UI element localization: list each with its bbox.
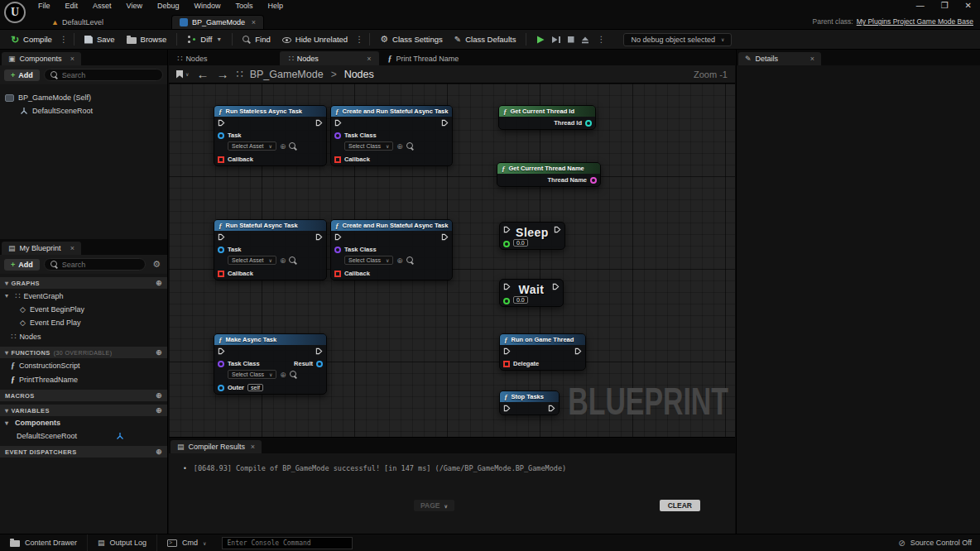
node-sleep[interactable]: Sleep 0.0 <box>499 222 565 250</box>
select-class-dropdown[interactable]: Select Class ∨ <box>228 370 276 379</box>
component-item-scene-root[interactable]: DefaultSceneRoot <box>0 104 167 117</box>
parent-class-link[interactable]: My Plugins Project Game Mode Base <box>857 17 973 26</box>
my-blueprint-search-input[interactable] <box>62 261 139 269</box>
select-class-dropdown[interactable]: Select Class ∨ <box>344 141 393 151</box>
delegate-pin[interactable] <box>503 361 510 367</box>
stop-button[interactable] <box>566 35 575 44</box>
tree-item-event-endplay[interactable]: ◇ Event End Play <box>0 316 167 329</box>
browse-asset-icon[interactable] <box>289 142 297 151</box>
select-class-dropdown[interactable]: Select Class ∨ <box>344 256 393 265</box>
tab-default-level[interactable]: ▲ DefaultLevel <box>43 16 112 29</box>
tree-item-construction-script[interactable]: ƒ ConstructionScript <box>0 358 167 372</box>
add-component-button[interactable]: + Add <box>4 69 40 81</box>
close-tab-icon[interactable]: × <box>252 18 256 26</box>
add-graph-icon[interactable]: ⊕ <box>156 279 162 287</box>
tab-nodes-active[interactable]: ∷ Nodes × <box>280 51 379 65</box>
task-class-pin[interactable] <box>218 361 224 367</box>
class-settings-button[interactable]: ⚙ Class Settings <box>374 31 449 47</box>
menu-debug[interactable]: Debug <box>150 1 187 11</box>
compile-options-icon[interactable]: ⋮ <box>58 35 70 44</box>
functions-section-header[interactable]: ▾ FUNCTIONS (30 OVERRIDABLE) ⊕ <box>0 347 167 358</box>
add-event-dispatcher-icon[interactable]: ⊕ <box>156 448 162 456</box>
callback-pin[interactable] <box>334 271 341 277</box>
frame-skip-button[interactable] <box>550 35 561 45</box>
debug-object-dropdown[interactable]: No debug object selected ∨ <box>623 33 732 46</box>
console-command-input[interactable] <box>222 537 353 549</box>
minimize-button[interactable]: — <box>916 1 925 10</box>
use-selected-icon[interactable]: ⊕ <box>280 371 286 378</box>
browse-asset-icon[interactable] <box>289 256 297 265</box>
browse-class-icon[interactable] <box>406 142 415 151</box>
content-drawer-button[interactable]: Content Drawer <box>0 534 88 551</box>
exec-in-pin[interactable] <box>218 119 225 127</box>
exec-out-pin[interactable] <box>315 347 323 355</box>
exec-out-pin[interactable] <box>441 233 449 241</box>
menu-help[interactable]: Help <box>260 1 291 11</box>
use-selected-icon[interactable]: ⊕ <box>396 257 403 264</box>
bookmarks-dropdown[interactable]: ∨ <box>176 70 189 79</box>
exec-out-pin[interactable] <box>574 347 582 355</box>
source-control-button[interactable]: ⊘ Source Control Off <box>890 539 980 548</box>
exec-in-pin[interactable] <box>334 119 342 127</box>
node-make-async-task[interactable]: ƒ Make Async Task Task Class Result <box>214 333 327 395</box>
back-arrow-icon[interactable]: ← <box>196 69 209 80</box>
node-stop-tasks[interactable]: ƒ Stop Tasks <box>499 390 560 415</box>
add-new-button[interactable]: + Add <box>4 259 40 271</box>
find-button[interactable]: Find <box>237 32 276 46</box>
menu-window[interactable]: Window <box>186 1 228 11</box>
restore-button[interactable]: ❐ <box>941 1 949 10</box>
use-selected-icon[interactable]: ⊕ <box>280 143 286 150</box>
save-button[interactable]: Save <box>79 32 121 46</box>
exec-out-pin[interactable] <box>315 233 323 241</box>
node-run-stateless-async-task[interactable]: ƒ Run Stateless Async Task Task Select A… <box>214 105 327 166</box>
exec-in-pin[interactable] <box>218 233 225 241</box>
macros-section-header[interactable]: MACROS ⊕ <box>0 390 167 401</box>
select-asset-dropdown[interactable]: Select Asset ∨ <box>228 256 276 265</box>
components-search[interactable] <box>44 69 163 81</box>
hide-unrelated-button[interactable]: Hide Unrelated <box>276 32 353 46</box>
tab-bp-gamemode[interactable]: BP_GameMode × <box>171 15 264 29</box>
settings-gear-icon[interactable]: ⚙ <box>150 259 163 270</box>
tree-item-eventgraph[interactable]: ▾ ∷ EventGraph <box>0 289 167 303</box>
play-button[interactable] <box>536 35 545 45</box>
browse-class-icon[interactable] <box>290 371 298 379</box>
event-dispatchers-section-header[interactable]: EVENT DISPATCHERS ⊕ <box>0 446 167 458</box>
browse-class-icon[interactable] <box>406 256 415 265</box>
exec-in-pin[interactable] <box>503 347 511 355</box>
callback-pin[interactable] <box>334 156 341 163</box>
node-run-stateful-async-task[interactable]: ƒ Run Stateful Async Task Task Select As… <box>214 219 327 280</box>
close-button[interactable]: ✕ <box>965 1 972 10</box>
clear-button[interactable]: CLEAR <box>660 500 700 511</box>
task-class-pin[interactable] <box>334 247 341 253</box>
close-icon[interactable]: × <box>70 55 74 63</box>
node-wait[interactable]: Wait 0.0 <box>499 279 564 307</box>
browse-button[interactable]: Browse <box>121 32 173 46</box>
tab-details[interactable]: ✎ Details × <box>738 52 821 65</box>
tab-my-blueprint[interactable]: ▤ My Blueprint × <box>2 242 81 255</box>
menu-tools[interactable]: Tools <box>228 1 260 11</box>
page-dropdown-button[interactable]: PAGE ∨ <box>414 500 454 511</box>
close-icon[interactable]: × <box>251 443 255 451</box>
class-defaults-button[interactable]: ✎ Class Defaults <box>449 32 522 46</box>
select-asset-dropdown[interactable]: Select Asset ∨ <box>228 141 276 151</box>
task-pin[interactable] <box>218 132 224 139</box>
close-icon[interactable]: × <box>810 55 814 63</box>
result-pin[interactable] <box>316 361 323 367</box>
component-item-self[interactable]: BP_GameMode (Self) <box>0 91 167 104</box>
hide-unrelated-options-icon[interactable]: ⋮ <box>353 35 365 44</box>
diff-button[interactable]: Diff ▼ <box>181 32 228 46</box>
tree-item-event-beginplay[interactable]: ◇ Event BeginPlay <box>0 303 167 316</box>
exec-in-pin[interactable] <box>503 405 511 412</box>
thread-id-pin[interactable] <box>585 120 592 127</box>
breadcrumb-root[interactable]: BP_GameMode <box>250 69 324 80</box>
variables-components-group[interactable]: ▾ Components <box>0 416 167 429</box>
tree-item-nodes-graph[interactable]: ∷ Nodes <box>0 329 167 343</box>
menu-asset[interactable]: Asset <box>85 1 119 11</box>
node-run-on-game-thread[interactable]: ƒ Run on Game Thread Delegate <box>499 333 586 371</box>
menu-edit[interactable]: Edit <box>58 1 86 11</box>
my-blueprint-search[interactable] <box>44 258 146 271</box>
node-get-current-thread-name[interactable]: ƒ Get Current Thread Name Thread Name <box>497 162 601 187</box>
callback-pin[interactable] <box>218 156 224 163</box>
outer-pin[interactable] <box>218 385 224 391</box>
variables-section-header[interactable]: ▾ VARIABLES ⊕ <box>0 405 167 416</box>
